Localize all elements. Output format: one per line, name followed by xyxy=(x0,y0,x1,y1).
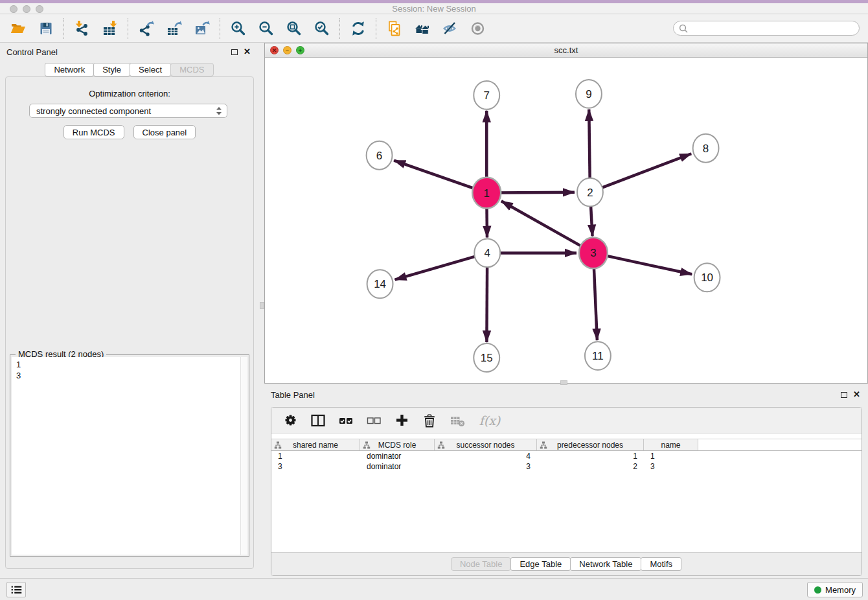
apply-layout-button[interactable] xyxy=(347,17,369,40)
graph-node-14[interactable]: 14 xyxy=(367,270,393,298)
graph-edge-2-8[interactable] xyxy=(590,154,691,192)
column-header-successor-nodes[interactable]: successor nodes xyxy=(435,439,537,450)
table-cell[interactable]: dominator xyxy=(360,461,435,472)
graph-node-9[interactable]: 9 xyxy=(576,80,602,108)
open-session-button[interactable] xyxy=(7,17,29,40)
close-panel-icon[interactable]: ✕ xyxy=(244,47,251,56)
first-neighbors-button[interactable] xyxy=(383,17,405,40)
tab-node-table[interactable]: Node Table xyxy=(451,557,512,571)
table-toolbar: f(x) xyxy=(271,408,862,433)
show-panels-menu-button[interactable] xyxy=(6,582,26,597)
column-header-name[interactable]: name xyxy=(644,439,698,450)
table-cell[interactable]: 3 xyxy=(435,461,537,472)
zoom-fit-button[interactable] xyxy=(283,17,304,40)
criterion-dropdown[interactable]: strongly connected component xyxy=(29,104,227,118)
graph-edge-4-14[interactable] xyxy=(395,253,488,279)
control-panel-title: Control Panel xyxy=(6,47,58,57)
zoom-in-button[interactable] xyxy=(227,17,249,40)
export-table-button[interactable] xyxy=(163,17,185,40)
import-table-button[interactable] xyxy=(99,17,120,40)
save-session-button[interactable] xyxy=(35,17,56,40)
horizontal-splitter-grip[interactable] xyxy=(560,380,567,385)
graph-edge-3-1[interactable] xyxy=(501,201,593,253)
tab-edge-table[interactable]: Edge Table xyxy=(510,557,571,571)
graph-node-1[interactable]: 1 xyxy=(472,178,501,209)
zoom-selected-icon xyxy=(314,20,330,37)
columns-icon xyxy=(310,413,326,428)
vertical-splitter-grip[interactable] xyxy=(260,302,264,309)
table-cell[interactable]: 2 xyxy=(537,461,644,472)
search-input[interactable] xyxy=(688,24,854,33)
create-column-button[interactable] xyxy=(393,412,410,429)
memory-label: Memory xyxy=(825,585,856,595)
network-canvas[interactable]: 7968124314101511 xyxy=(265,58,867,383)
tab-motifs[interactable]: Motifs xyxy=(641,557,681,571)
window-title: Session: New Session xyxy=(0,4,868,14)
column-header-shared-name[interactable]: shared name xyxy=(271,439,360,450)
search-field[interactable] xyxy=(673,21,860,36)
table-row[interactable]: 3dominator323 xyxy=(271,461,862,472)
svg-text:6: 6 xyxy=(376,150,382,162)
float-panel-icon[interactable] xyxy=(231,49,238,55)
deselect-all-button[interactable] xyxy=(365,412,382,429)
column-header-mcds-role[interactable]: MCDS role xyxy=(360,439,435,450)
network-overview-button[interactable] xyxy=(411,17,433,40)
graph-node-8[interactable]: 8 xyxy=(693,134,719,163)
table-panel: Table Panel ✕ xyxy=(264,386,868,578)
control-panel: Control Panel ✕ NetworkStyleSelectMCDS O… xyxy=(0,43,259,578)
show-column-button[interactable] xyxy=(310,412,326,429)
graph-node-3[interactable]: 3 xyxy=(579,237,608,268)
svg-text:15: 15 xyxy=(481,352,493,364)
tab-select[interactable]: Select xyxy=(130,63,171,76)
select-all-button[interactable] xyxy=(337,412,354,429)
mcds-result-box[interactable]: 13 xyxy=(12,357,247,555)
zoom-out-button[interactable] xyxy=(255,17,277,40)
table-cell[interactable]: 1 xyxy=(271,451,360,461)
tab-network[interactable]: Network xyxy=(45,63,94,76)
tab-network-table[interactable]: Network Table xyxy=(570,557,641,571)
zoom-fit-icon xyxy=(286,20,303,37)
float-table-panel-icon[interactable] xyxy=(841,392,847,398)
graph-node-6[interactable]: 6 xyxy=(367,141,393,170)
table-cell[interactable]: 3 xyxy=(644,461,698,472)
graph-node-15[interactable]: 15 xyxy=(474,343,499,372)
table-row[interactable]: 1dominator411 xyxy=(271,451,862,461)
houses-icon xyxy=(414,20,431,37)
graph-edge-3-10[interactable] xyxy=(593,253,692,274)
table-cell[interactable]: 1 xyxy=(537,451,644,461)
show-all-button[interactable] xyxy=(467,17,488,40)
window-titlebar: Session: New Session xyxy=(0,0,868,14)
close-table-panel-icon[interactable]: ✕ xyxy=(853,389,860,399)
result-scrollbar[interactable] xyxy=(240,357,247,555)
export-network-icon xyxy=(138,20,155,37)
export-table-icon xyxy=(166,20,183,37)
table-settings-button[interactable] xyxy=(282,412,299,429)
svg-text:4: 4 xyxy=(485,247,490,259)
hide-selected-button[interactable] xyxy=(439,17,461,40)
delete-table-button xyxy=(449,412,466,429)
run-mcds-button[interactable]: Run MCDS xyxy=(63,125,124,139)
table-cell[interactable]: 3 xyxy=(271,461,360,472)
graph-node-11[interactable]: 11 xyxy=(585,341,611,370)
close-panel-button[interactable]: Close panel xyxy=(133,125,196,139)
network-window-titlebar[interactable]: ✕ − + scc.txt xyxy=(265,43,867,58)
export-image-button[interactable] xyxy=(191,17,212,40)
mcds-result-lines: 13 xyxy=(12,357,247,381)
export-network-button[interactable] xyxy=(135,17,157,40)
table-cell[interactable]: dominator xyxy=(360,451,435,461)
table-cell[interactable]: 1 xyxy=(644,451,698,461)
graph-node-2[interactable]: 2 xyxy=(577,178,603,207)
graph-node-10[interactable]: 10 xyxy=(694,263,720,292)
graph-node-7[interactable]: 7 xyxy=(474,81,499,110)
column-header-predecessor-nodes[interactable]: predecessor nodes xyxy=(537,439,644,450)
table-cell[interactable]: 4 xyxy=(435,451,537,461)
zoom-selected-button[interactable] xyxy=(311,17,332,40)
tab-style[interactable]: Style xyxy=(93,63,130,76)
import-network-button[interactable] xyxy=(71,17,93,40)
memory-button[interactable]: Memory xyxy=(807,582,863,597)
delete-column-button[interactable] xyxy=(421,412,438,429)
svg-text:7: 7 xyxy=(484,89,490,102)
svg-text:8: 8 xyxy=(703,143,709,155)
graph-node-4[interactable]: 4 xyxy=(474,238,500,267)
tab-mcds[interactable]: MCDS xyxy=(170,63,213,76)
